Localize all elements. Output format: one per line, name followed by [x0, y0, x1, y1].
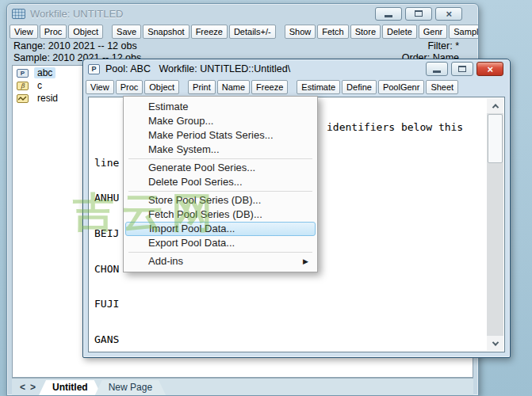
watermark: 吉云网	[73, 185, 220, 241]
tab-untitled[interactable]: Untitled	[39, 380, 101, 395]
workfile-maximize-button[interactable]	[405, 7, 432, 21]
pool-close-button[interactable]: ×	[477, 62, 503, 76]
tab-nav-right-icon[interactable]: >	[30, 382, 36, 393]
workfile-view-button[interactable]: View	[10, 25, 38, 39]
workfile-title: Workfile: UNTITLED	[30, 8, 124, 20]
pool-estimate-button[interactable]: Estimate	[297, 80, 340, 94]
pool-title: Pool: ABC Workfile: UNTITLED::Untitled\	[105, 63, 290, 74]
scroll-up-button[interactable]	[487, 98, 503, 113]
workfile-toolbar: View Proc Object Save Snapshot Freeze De…	[7, 23, 478, 40]
workfile-titlebar[interactable]: Workfile: UNTITLED ×	[7, 4, 478, 23]
pool-freeze-button[interactable]: Freeze	[251, 80, 288, 94]
workfile-sample-button[interactable]: Sample	[449, 25, 478, 39]
coefficient-object-icon: β	[17, 82, 29, 90]
workfile-freeze-button[interactable]: Freeze	[191, 25, 228, 39]
object-label: c	[34, 80, 45, 91]
submenu-arrow-icon: ▶	[303, 254, 308, 268]
chevron-up-icon	[492, 104, 498, 110]
workfile-genr-button[interactable]: Genr	[419, 25, 447, 39]
pool-titlebar[interactable]: P Pool: ABC Workfile: UNTITLED::Untitled…	[83, 59, 510, 78]
workfile-proc-button[interactable]: Proc	[40, 25, 67, 39]
minimize-icon	[433, 70, 441, 73]
pool-object-button[interactable]: Object	[144, 80, 179, 94]
workfile-minimize-button[interactable]	[375, 7, 402, 21]
menu-item-estimate[interactable]: Estimate	[125, 100, 316, 114]
pool-name-button[interactable]: Name	[217, 80, 250, 94]
menu-item-make-system[interactable]: Make System...	[125, 143, 316, 157]
proc-dropdown-menu: Estimate Make Group... Make Period Stats…	[123, 96, 318, 272]
menu-item-make-period-stats-series[interactable]: Make Period Stats Series...	[125, 128, 316, 143]
close-icon: ×	[487, 64, 493, 74]
workfile-object-button[interactable]: Object	[68, 25, 103, 39]
close-icon: ×	[446, 9, 452, 19]
menu-item-make-group[interactable]: Make Group...	[125, 114, 316, 128]
maximize-icon	[458, 66, 466, 72]
workfile-snapshot-button[interactable]: Snapshot	[143, 25, 189, 39]
editor-line: FUJI	[94, 299, 486, 310]
object-label: abc	[34, 67, 55, 78]
object-label: resid	[34, 93, 61, 104]
series-object-icon	[17, 94, 29, 103]
vertical-scrollbar[interactable]	[487, 98, 503, 351]
tab-new-page[interactable]: New Page	[95, 380, 166, 395]
pool-print-button[interactable]: Print	[188, 80, 216, 94]
pool-maximize-button[interactable]	[451, 62, 473, 76]
pool-define-button[interactable]: Define	[342, 80, 377, 94]
pool-toolbar: View Proc Object Print Name Freeze Estim…	[83, 78, 510, 95]
pool-minimize-button[interactable]	[426, 62, 448, 76]
menu-item-generate-pool-series[interactable]: Generate Pool Series...	[125, 161, 316, 175]
workfile-filter-text: Filter: *	[427, 40, 459, 51]
pool-window-icon: P	[88, 64, 100, 74]
workfile-close-button[interactable]: ×	[435, 7, 462, 21]
workfile-save-button[interactable]: Save	[112, 25, 141, 39]
workfile-delete-button[interactable]: Delete	[382, 25, 417, 39]
editor-line: GANS	[94, 334, 486, 346]
workfile-range-text: Range: 2010 2021 -- 12 obs	[13, 40, 137, 51]
workfile-grid-icon	[12, 9, 25, 19]
desktop: Workfile: UNTITLED × View Proc Object Sa…	[0, 0, 532, 396]
workfile-details-button[interactable]: Details+/-	[229, 25, 276, 39]
menu-item-add-ins[interactable]: Add-ins ▶	[125, 254, 316, 268]
scroll-down-button[interactable]	[487, 336, 503, 351]
pool-proc-button[interactable]: Proc	[116, 80, 144, 94]
pool-view-button[interactable]: View	[86, 80, 114, 94]
workfile-fetch-button[interactable]: Fetch	[317, 25, 349, 39]
workfile-show-button[interactable]: Show	[285, 25, 316, 39]
scrollbar-thumb[interactable]	[488, 114, 503, 163]
minimize-icon	[385, 15, 392, 17]
maximize-icon	[415, 10, 423, 17]
workfile-store-button[interactable]: Store	[350, 25, 381, 39]
page-tab-bar: < > Untitled New Page	[12, 378, 473, 395]
tab-nav-left-icon[interactable]: <	[20, 382, 25, 393]
pool-sheet-button[interactable]: Sheet	[426, 80, 458, 94]
chevron-down-icon	[492, 339, 498, 345]
pool-object-icon: P	[17, 69, 29, 78]
pool-poolgenr-button[interactable]: PoolGenr	[378, 80, 424, 94]
